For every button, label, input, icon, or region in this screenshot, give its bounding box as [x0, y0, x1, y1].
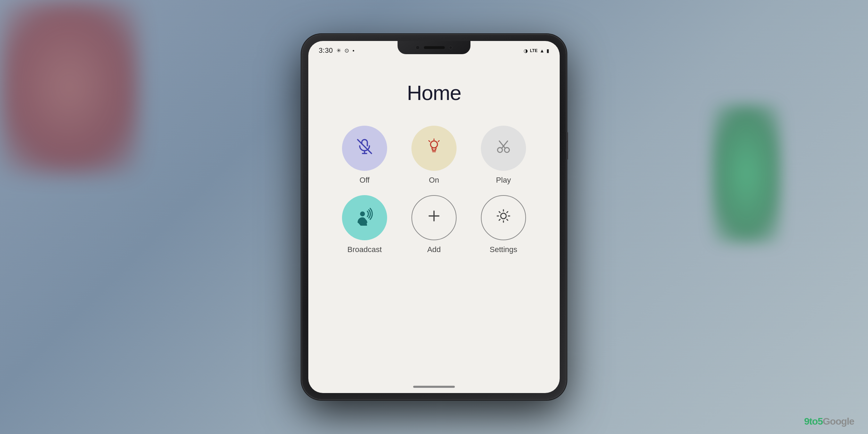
front-camera-right [449, 46, 452, 49]
play-button[interactable]: Play [476, 126, 531, 185]
home-indicator [413, 386, 455, 388]
lightbulb-icon [424, 137, 444, 160]
bg-accent-green [712, 104, 781, 243]
watermark-gray: Google [823, 416, 854, 427]
dot-icon: ● [352, 49, 354, 52]
broadcast-button[interactable]: Broadcast [337, 195, 392, 254]
off-circle [342, 126, 387, 171]
off-label: Off [360, 176, 370, 185]
on-circle [411, 126, 457, 171]
on-button[interactable]: On [406, 126, 462, 185]
svg-point-3 [431, 141, 437, 148]
camera-icon: ⊙ [344, 47, 349, 54]
side-button [566, 132, 568, 160]
svg-point-16 [501, 213, 506, 219]
on-label: On [429, 176, 439, 185]
status-time: 3:30 [319, 47, 333, 55]
snowflake-icon: ✳ [336, 47, 341, 54]
watermark-green: 9to5 [804, 416, 823, 427]
main-content: Home [308, 60, 560, 379]
scissors-icon [494, 137, 513, 160]
svg-line-8 [438, 141, 439, 142]
mic-off-icon [355, 137, 374, 160]
status-right: ◑ LTE ▲ ▮ [524, 48, 549, 53]
settings-button[interactable]: Settings [476, 195, 531, 254]
front-camera-left [416, 45, 420, 50]
scene: 3:30 ✳ ⊙ ● ◑ LTE ▲ ▮ Home [0, 0, 868, 434]
play-circle [481, 126, 526, 171]
broadcast-icon [355, 206, 374, 229]
notch [398, 41, 470, 54]
svg-line-7 [429, 141, 430, 142]
volume-icon: ◑ [524, 48, 528, 53]
watermark: 9to5Google [804, 416, 854, 427]
bg-accent-red [0, 0, 139, 174]
play-label: Play [496, 176, 511, 185]
battery-icon: ▮ [546, 48, 549, 53]
speaker-grille [424, 46, 445, 49]
plus-icon [424, 206, 444, 229]
add-button[interactable]: Add [406, 195, 462, 254]
add-circle [411, 195, 457, 240]
broadcast-circle [342, 195, 387, 240]
gear-icon [494, 206, 513, 229]
lte-icon: LTE [530, 48, 537, 53]
settings-label: Settings [490, 245, 517, 254]
signal-icon: ▲ [540, 48, 544, 53]
svg-point-13 [360, 211, 365, 216]
broadcast-label: Broadcast [347, 245, 382, 254]
page-title: Home [407, 81, 461, 105]
phone-screen: 3:30 ✳ ⊙ ● ◑ LTE ▲ ▮ Home [308, 41, 560, 393]
home-grid: Off [337, 126, 531, 254]
off-button[interactable]: Off [337, 126, 392, 185]
phone-frame: 3:30 ✳ ⊙ ● ◑ LTE ▲ ▮ Home [302, 35, 566, 399]
add-label: Add [427, 245, 441, 254]
settings-circle [481, 195, 526, 240]
status-left: 3:30 ✳ ⊙ ● [319, 47, 354, 55]
